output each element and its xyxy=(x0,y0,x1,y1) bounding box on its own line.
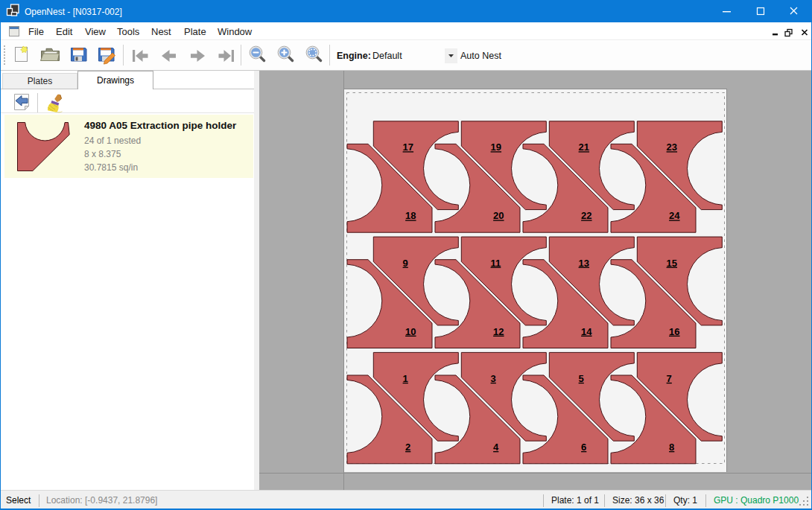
svg-text:1: 1 xyxy=(403,373,408,384)
svg-text:7: 7 xyxy=(667,373,672,384)
svg-text:12: 12 xyxy=(493,326,504,337)
svg-text:9: 9 xyxy=(403,258,408,269)
svg-text:20: 20 xyxy=(493,210,504,221)
svg-text:4: 4 xyxy=(493,442,499,453)
svg-text:6: 6 xyxy=(581,442,586,453)
svg-text:15: 15 xyxy=(667,258,677,269)
svg-text:19: 19 xyxy=(491,141,501,153)
svg-text:21: 21 xyxy=(579,141,589,153)
svg-text:3: 3 xyxy=(491,373,496,384)
svg-text:24: 24 xyxy=(669,210,680,221)
svg-text:10: 10 xyxy=(405,326,416,337)
svg-text:23: 23 xyxy=(667,141,677,153)
svg-text:16: 16 xyxy=(669,326,679,337)
svg-text:18: 18 xyxy=(405,210,416,221)
svg-text:5: 5 xyxy=(579,373,584,384)
svg-text:14: 14 xyxy=(581,326,592,337)
svg-text:22: 22 xyxy=(581,210,591,221)
svg-text:8: 8 xyxy=(669,442,674,453)
svg-text:13: 13 xyxy=(579,258,589,269)
svg-text:11: 11 xyxy=(491,258,501,269)
svg-text:2: 2 xyxy=(405,442,410,453)
svg-text:17: 17 xyxy=(403,141,413,153)
